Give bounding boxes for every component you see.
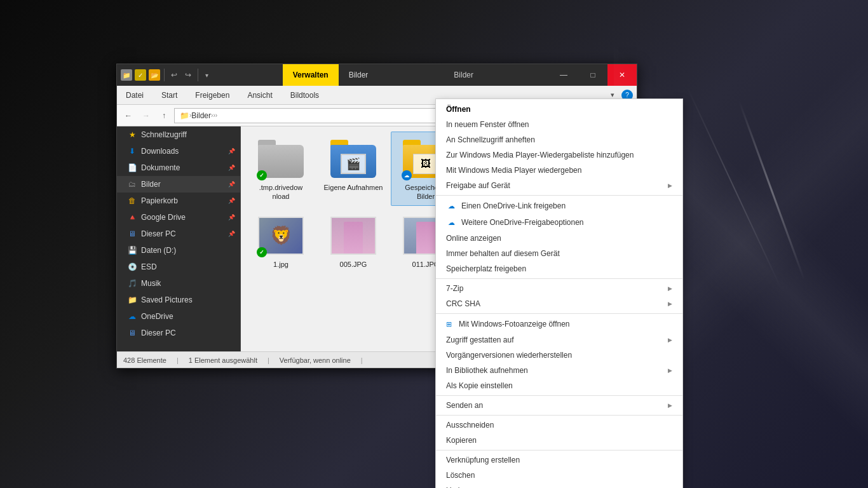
minimize-button[interactable]: — (549, 64, 578, 86)
sidebar-item-papierkorb[interactable]: 🗑 Papierkorb 📌 (117, 193, 240, 209)
path-segment: Bilder (191, 111, 211, 120)
status-selected: 1 Element ausgewählt (189, 356, 257, 364)
sidebar-item-bilder[interactable]: 🗂 Bilder 📌 (117, 176, 240, 193)
ctx-label-restore: Vorgängerversionen wiederherstellen (446, 351, 572, 360)
sidebar-item-dieserpc[interactable]: 🖥 Dieser PC 📌 (117, 226, 240, 242)
maximize-button[interactable]: □ (578, 64, 607, 86)
quick-access-check-icon[interactable]: ✓ (135, 69, 146, 81)
separator-1 (164, 69, 165, 81)
window-controls: — □ ✕ (549, 64, 637, 86)
ctx-item-restore[interactable]: Vorgängerversionen wiederherstellen (436, 348, 682, 363)
sidebar-item-googledrive[interactable]: 🔺 Google Drive 📌 (117, 209, 240, 226)
ctx-item-cast[interactable]: Freigabe auf Gerät ▶ (436, 178, 682, 193)
ctx-label-library: In Bibliothek aufnehmen (446, 366, 528, 375)
file-item[interactable]: 🎬 Eigene Aufnahmen (318, 132, 388, 206)
pin-icon: 📌 (228, 148, 235, 154)
ribbon-datei[interactable]: Datei (117, 86, 153, 104)
quick-access-folder2-icon[interactable]: 📂 (149, 69, 160, 81)
submenu-arrow-2: ▶ (668, 285, 672, 292)
ctx-item-new-window[interactable]: In neuem Fenster öffnen (436, 117, 682, 132)
sidebar-item-dieserpc2[interactable]: 🖥 Dieser PC (117, 325, 240, 341)
star-icon: ★ (127, 130, 137, 140)
pc2-icon: 🖥 (127, 328, 137, 338)
crumb-arrow-2: › (215, 112, 217, 119)
ctx-item-crc[interactable]: CRC SHA ▶ (436, 296, 682, 311)
sidebar-item-dokumente[interactable]: 📄 Dokumente 📌 (117, 159, 240, 176)
undo-button[interactable]: ↩ (168, 69, 180, 81)
badge-green-3: ✓ (257, 247, 267, 257)
ctx-item-online[interactable]: Online anzeigen (436, 231, 682, 246)
ribbon-ansicht[interactable]: Ansicht (238, 86, 281, 104)
esd-icon: 💿 (127, 262, 137, 272)
sidebar-item-musik[interactable]: 🎵 Musik (117, 275, 240, 292)
savedpic-folder-icon: 📁 (127, 295, 137, 305)
sidebar-item-savedpictures[interactable]: 📁 Saved Pictures (117, 292, 240, 308)
file-item-005[interactable]: 005.JPG (318, 208, 388, 273)
cloud-icon: ☁ (127, 311, 137, 322)
ctx-label-cast: Freigabe auf Gerät (446, 181, 510, 190)
ctx-label-pin: An Schnellzugriff anheften (446, 135, 535, 144)
ctx-item-onedrive-link[interactable]: ☁ Einen OneDrive-Link freigeben (436, 198, 682, 214)
sidebar-item-schnellzugriff[interactable]: ★ Schnellzugriff (117, 126, 240, 143)
ctx-label-onedrive-link: Einen OneDrive-Link freigeben (461, 201, 566, 210)
sidebar-item-esd[interactable]: 💿 ESD (117, 259, 240, 275)
ctx-item-wmp-add[interactable]: Zur Windows Media Player-Wiedergabeliste… (436, 147, 682, 163)
ctx-item-open[interactable]: Öffnen (436, 102, 682, 117)
sidebar-item-daten[interactable]: 💾 Daten (D:) (117, 242, 240, 259)
up-button[interactable]: ↑ (156, 108, 172, 123)
ctx-item-access[interactable]: Zugriff gestatten auf ▶ (436, 332, 682, 348)
ribbon-start[interactable]: Start (153, 86, 186, 104)
ctx-label-open: Öffnen (446, 105, 471, 114)
ctx-item-wmp-play[interactable]: Mit Windows Media Player wiedergeben (436, 163, 682, 178)
ctx-item-rename[interactable]: Umbenennen (436, 483, 682, 488)
pin-icon-4: 📌 (228, 198, 235, 204)
ribbon-bildtools[interactable]: Bildtools (281, 86, 328, 104)
ctx-item-cut[interactable]: Ausschneiden (436, 417, 682, 433)
tab-verwalten[interactable]: Verwalten (283, 64, 339, 86)
trash-icon: 🗑 (127, 196, 137, 206)
ribbon-freigeben[interactable]: Freigeben (186, 86, 238, 104)
sidebar-label-bilder: Bilder (141, 180, 161, 189)
ctx-item-shortcut[interactable]: Verknüpfung erstellen (436, 452, 682, 468)
title-bar: 📁 ✓ 📂 ↩ ↪ ▾ Verwalten Bilder Bilder — □ … (117, 64, 637, 86)
back-button[interactable]: ← (121, 108, 136, 123)
drive-icon: 🔺 (127, 212, 137, 222)
ctx-item-photo-viewer[interactable]: ⊞ Mit Windows-Fotoanzeige öffnen (436, 316, 682, 332)
close-button[interactable]: ✕ (607, 64, 637, 86)
customize-quick-access-button[interactable]: ▾ (202, 69, 211, 81)
tab-bilder[interactable]: Bilder (339, 64, 379, 86)
sidebar-item-downloads[interactable]: ⬇ Downloads 📌 (117, 143, 240, 159)
file-icon-wrap-7 (328, 213, 379, 259)
ctx-item-keep[interactable]: Immer behalten auf diesem Gerät (436, 246, 682, 261)
ctx-item-delete[interactable]: Löschen (436, 468, 682, 483)
ctx-label-7zip: 7-Zip (446, 284, 463, 293)
ctx-item-library[interactable]: In Bibliothek aufnehmen ▶ (436, 363, 682, 378)
title-bar-left: 📁 ✓ 📂 ↩ ↪ ▾ (117, 69, 283, 81)
forward-button[interactable]: → (139, 108, 154, 123)
ctx-item-sendto[interactable]: Senden an ▶ (436, 398, 682, 413)
sidebar-label-onedrive: OneDrive (141, 312, 173, 321)
folder-icon-sidebar: 🗂 (127, 179, 137, 189)
file-item[interactable]: ✓ .tmp.drivedow nload (246, 132, 316, 206)
breadcrumb: 📁 (180, 111, 189, 120)
sidebar-label-downloads: Downloads (141, 147, 179, 156)
ctx-item-free[interactable]: Speicherplatz freigeben (436, 261, 682, 276)
ctx-item-pin[interactable]: An Schnellzugriff anheften (436, 132, 682, 147)
ctx-label-cut: Ausschneiden (446, 421, 494, 430)
onedrive-icon-1: ☁ (446, 201, 456, 211)
badge-cloud: ☁ (402, 170, 412, 180)
ctx-sep-1 (436, 195, 682, 196)
ctx-item-7zip[interactable]: 7-Zip ▶ (436, 281, 682, 296)
ctx-item-copy[interactable]: Kopieren (436, 433, 682, 448)
sidebar-label-savedpictures: Saved Pictures (141, 295, 193, 304)
quick-access-folder-icon[interactable]: 📁 (121, 69, 132, 81)
ctx-item-wallpaper[interactable]: Als Kopie einstellen (436, 378, 682, 393)
sidebar-item-onedrive[interactable]: ☁ OneDrive (117, 308, 240, 325)
ctx-label-photo-viewer: Mit Windows-Fotoanzeige öffnen (459, 320, 570, 329)
redo-button[interactable]: ↪ (182, 69, 194, 81)
status-sep-2: | (268, 356, 269, 364)
document-icon: 📄 (127, 163, 137, 173)
ctx-item-onedrive-share[interactable]: ☁ Weitere OneDrive-Freigabeoptionen (436, 214, 682, 231)
submenu-arrow-5: ▶ (668, 367, 672, 374)
file-item-1jpg[interactable]: 🦁 ✓ 1.jpg (246, 208, 316, 273)
